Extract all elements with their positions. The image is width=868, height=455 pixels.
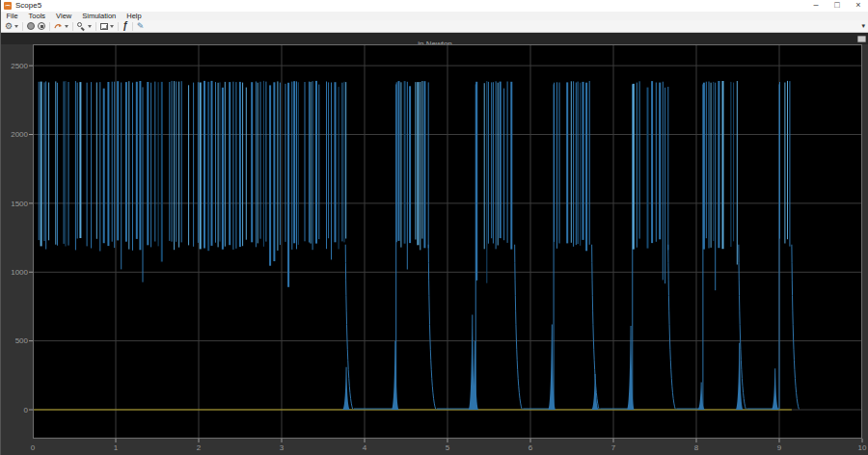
menu-item-file[interactable]: File: [1, 12, 23, 20]
scope-display-area: in Newton 050010001500200025000123456789…: [1, 33, 868, 455]
svg-text:10: 10: [858, 443, 867, 452]
window-title: Scope5: [15, 0, 41, 12]
toolbar-separator: [132, 22, 133, 31]
svg-text:4: 4: [363, 443, 367, 452]
scale-axes-button[interactable]: [98, 21, 116, 32]
menu-item-help[interactable]: Help: [122, 12, 147, 20]
svg-text:1000: 1000: [11, 268, 28, 277]
svg-text:6: 6: [529, 443, 533, 452]
toolbar-separator: [49, 22, 50, 31]
svg-text:2: 2: [197, 443, 202, 452]
trigger-icon: ƒ: [122, 21, 128, 31]
menu-item-view[interactable]: View: [51, 12, 77, 20]
toolbar-separator: [22, 22, 23, 31]
run-icon: [27, 22, 35, 30]
trigger-button[interactable]: ƒ: [121, 21, 130, 32]
svg-text:7: 7: [611, 443, 616, 452]
step-forward-icon: [54, 22, 63, 30]
scale-axes-icon: [100, 23, 108, 30]
svg-text:9: 9: [777, 443, 782, 452]
svg-text:2000: 2000: [11, 130, 28, 139]
svg-text:1500: 1500: [11, 200, 28, 208]
scope-window: Scope5 – □ × File Tools View Simulation …: [0, 0, 868, 455]
toolbar-overflow-icon[interactable]: ▾: [861, 22, 865, 30]
zoom-icon: [77, 22, 86, 31]
scope-plot-canvas[interactable]: 05001000150020002500012345678910: [1, 44, 868, 455]
chevron-down-icon: [110, 25, 114, 28]
toolbar: ⚙ ƒ ✎: [1, 20, 868, 33]
menubar: File Tools View Simulation Help: [1, 12, 868, 20]
svg-text:2500: 2500: [11, 62, 28, 70]
menu-item-simulation[interactable]: Simulation: [77, 12, 122, 20]
svg-text:8: 8: [694, 443, 699, 452]
zoom-button[interactable]: [75, 21, 94, 32]
measurements-icon: ✎: [137, 21, 145, 31]
svg-text:3: 3: [280, 443, 285, 452]
minimize-button[interactable]: –: [805, 0, 827, 12]
svg-text:0: 0: [31, 443, 36, 452]
svg-text:5: 5: [446, 443, 450, 452]
toolbar-separator: [72, 22, 73, 31]
close-button[interactable]: ×: [848, 0, 868, 12]
gear-icon: ⚙: [5, 21, 13, 31]
chevron-down-icon: [88, 25, 92, 28]
chevron-down-icon: [65, 25, 68, 28]
toolbar-separator: [95, 22, 96, 31]
display-title-strip: in Newton: [1, 33, 868, 44]
scope-app-icon: [4, 2, 12, 10]
settings-button[interactable]: ⚙: [3, 21, 20, 32]
menu-item-tools[interactable]: Tools: [23, 12, 51, 20]
toolbar-separator: [118, 22, 119, 31]
axes-maximize-icon[interactable]: [857, 36, 866, 42]
svg-text:1: 1: [114, 443, 119, 452]
stop-icon: [38, 22, 45, 30]
svg-text:500: 500: [15, 336, 29, 345]
run-button[interactable]: [25, 21, 47, 32]
svg-text:0: 0: [24, 406, 29, 415]
maximize-button[interactable]: □: [827, 0, 848, 12]
chevron-down-icon: [14, 25, 18, 28]
measurements-button[interactable]: ✎: [135, 21, 147, 32]
titlebar: Scope5 – □ ×: [1, 0, 868, 12]
step-forward-button[interactable]: [52, 21, 70, 32]
